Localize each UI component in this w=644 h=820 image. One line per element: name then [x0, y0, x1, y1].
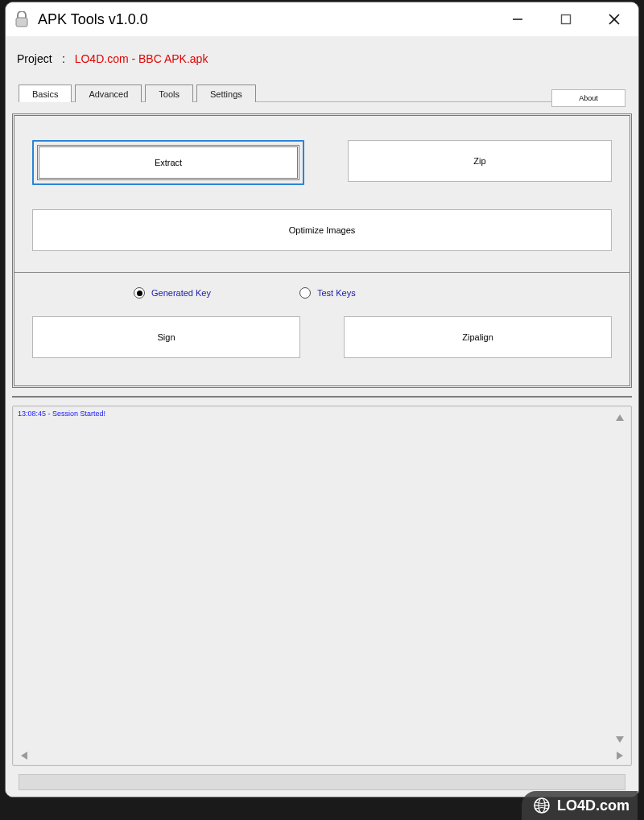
- svg-marker-5: [616, 414, 624, 421]
- minimize-button[interactable]: [493, 2, 542, 36]
- radio-generated-key[interactable]: Generated Key: [134, 287, 211, 299]
- key-radios: Generated Key Test Keys: [32, 287, 612, 299]
- extract-button-focus: Extract: [32, 140, 304, 185]
- client-area: Project : LO4D.com - BBC APK.apk Basics …: [6, 36, 638, 797]
- window-controls: [493, 2, 638, 36]
- app-icon: [14, 10, 30, 28]
- tab-basics[interactable]: Basics: [19, 84, 72, 102]
- sign-button[interactable]: Sign: [32, 316, 300, 358]
- about-button[interactable]: About: [551, 89, 625, 107]
- zip-button[interactable]: Zip: [348, 140, 612, 182]
- project-label: Project: [17, 52, 56, 65]
- basics-group: Extract Zip Optimize Images Generated Ke…: [12, 113, 632, 388]
- app-window: APK Tools v1.0.0 Project : LO4D.com - BB…: [5, 2, 639, 797]
- maximize-button[interactable]: [542, 2, 590, 36]
- close-button[interactable]: [590, 2, 638, 36]
- project-value: LO4D.com - BBC APK.apk: [75, 52, 208, 65]
- radio-dot-icon: [299, 287, 311, 299]
- scroll-up-icon[interactable]: [613, 411, 626, 424]
- scroll-down-icon[interactable]: [613, 733, 626, 746]
- radio-generated-label: Generated Key: [151, 288, 211, 298]
- divider: [14, 272, 630, 273]
- svg-rect-2: [562, 15, 571, 24]
- radio-dot-icon: [134, 287, 145, 299]
- zipalign-button[interactable]: Zipalign: [344, 316, 612, 358]
- svg-marker-7: [21, 752, 27, 760]
- radio-test-label: Test Keys: [317, 288, 356, 298]
- tabstrip: Basics Advanced Tools Settings: [19, 83, 625, 102]
- titlebar: APK Tools v1.0.0: [6, 2, 638, 36]
- svg-rect-0: [16, 18, 27, 27]
- radio-test-keys[interactable]: Test Keys: [299, 287, 356, 299]
- log-area: 13:08:45 - Session Started!: [12, 396, 632, 797]
- tab-body-basics: Extract Zip Optimize Images Generated Ke…: [12, 113, 632, 388]
- project-row: Project : LO4D.com - BBC APK.apk: [6, 36, 638, 83]
- project-separator: :: [62, 52, 65, 65]
- scroll-right-icon[interactable]: [613, 749, 626, 762]
- log-box[interactable]: 13:08:45 - Session Started!: [12, 406, 632, 766]
- svg-marker-8: [617, 752, 623, 760]
- tab-tools[interactable]: Tools: [145, 84, 193, 102]
- extract-button[interactable]: Extract: [37, 145, 299, 180]
- watermark: LO4D.com: [522, 791, 638, 820]
- log-entry: 13:08:45 - Session Started!: [18, 410, 105, 418]
- watermark-text: LO4D.com: [557, 797, 630, 814]
- scroll-left-icon[interactable]: [18, 749, 31, 762]
- window-title: APK Tools v1.0.0: [38, 11, 148, 28]
- svg-marker-6: [616, 736, 624, 743]
- globe-icon: [533, 797, 551, 814]
- optimize-images-button[interactable]: Optimize Images: [32, 209, 612, 251]
- tab-settings[interactable]: Settings: [196, 84, 256, 102]
- tab-advanced[interactable]: Advanced: [75, 84, 142, 102]
- status-bar: [19, 774, 625, 790]
